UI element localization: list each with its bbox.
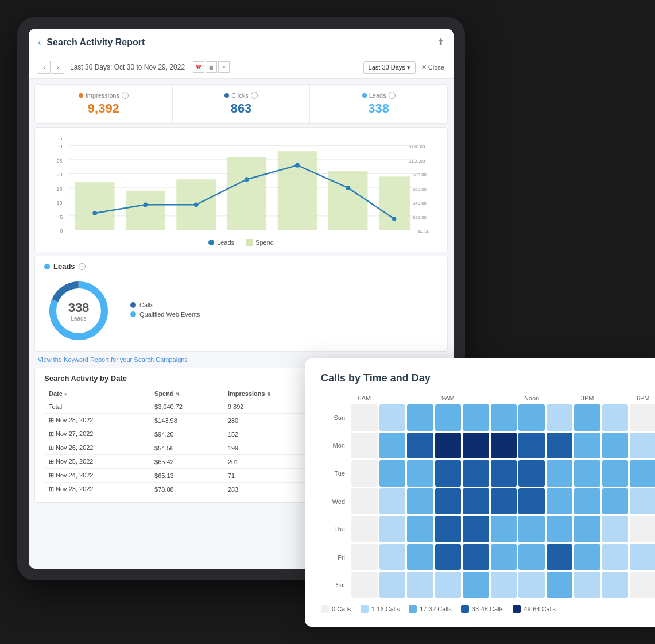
clicks-info-icon[interactable]: i	[251, 92, 258, 99]
svg-rect-27	[328, 171, 368, 230]
heat-cell	[351, 433, 378, 459]
calls-overlay: Calls by Time and Day 6AM9AMNoon3PM6PMSu…	[305, 358, 655, 627]
legend-cell	[513, 605, 521, 613]
heat-cell	[547, 516, 573, 542]
leads-dot	[362, 93, 367, 98]
row-spend: $94.20	[150, 427, 223, 441]
svg-text:$60.00: $60.00	[413, 187, 427, 192]
heat-cell	[518, 460, 545, 487]
leads-legend-dot	[208, 240, 214, 245]
heat-cell	[491, 572, 517, 598]
impressions-info-icon[interactable]: i	[122, 92, 129, 99]
heat-cell	[574, 404, 600, 431]
clicks-value: 863	[182, 101, 301, 116]
heat-cell	[351, 460, 378, 487]
heat-cell	[435, 460, 462, 487]
impressions-label: Impressions i	[44, 92, 163, 99]
grid-icon[interactable]: ▦	[206, 61, 217, 73]
heat-cell	[518, 488, 545, 515]
svg-rect-22	[75, 182, 115, 230]
period-button[interactable]: Last 30 Days ▾	[363, 61, 416, 74]
heat-cell	[379, 460, 406, 487]
svg-point-33	[295, 163, 300, 168]
calls-overlay-title: Calls by Time and Day	[321, 372, 655, 384]
time-header	[602, 394, 629, 403]
time-header	[463, 394, 489, 403]
heat-cell	[407, 488, 433, 515]
svg-point-30	[143, 202, 148, 207]
calls-legend: 0 Calls 1-16 Calls 17-32 Calls 33-48 Cal…	[321, 605, 655, 613]
svg-point-35	[392, 217, 397, 221]
close-button[interactable]: ✕ Close	[421, 64, 444, 71]
spend-header[interactable]: Spend ⇅	[150, 387, 223, 400]
prev-btn[interactable]: ‹	[38, 61, 51, 74]
heat-cell	[630, 516, 655, 542]
heat-cell	[491, 404, 517, 431]
date-header[interactable]: Date ▾	[44, 387, 150, 400]
svg-text:30: 30	[57, 144, 63, 149]
day-label: Tue	[321, 460, 350, 487]
list-icon[interactable]: ≡	[218, 61, 230, 73]
date-range-text: Last 30 Days: Oct 30 to Nov 29, 2022	[70, 63, 185, 71]
row-date: ⊞ Nov 24, 2022	[44, 469, 150, 483]
web-events-legend-dot	[130, 311, 136, 317]
heat-cell	[491, 460, 517, 487]
row-date: ⊞ Nov 23, 2022	[44, 483, 150, 496]
heat-cell	[435, 404, 462, 431]
time-header	[407, 394, 433, 403]
view-icons: 📅 ▦ ≡	[193, 61, 230, 73]
day-label: Sun	[321, 404, 350, 431]
legend-cell	[461, 605, 469, 613]
heat-cell	[491, 516, 517, 542]
heat-cell	[518, 544, 545, 570]
day-label: Sat	[321, 572, 350, 598]
time-header: 6PM	[630, 394, 655, 403]
leads-section: Leads i 338 Leads	[34, 256, 448, 352]
svg-text:$80.00: $80.00	[413, 172, 427, 178]
leads-section-title: Leads i	[44, 262, 438, 271]
impressions-dot	[79, 93, 83, 98]
legend-label: 0 Calls	[332, 606, 351, 612]
heat-cell	[518, 433, 545, 459]
nav-arrows: ‹ ›	[38, 61, 64, 74]
donut-number: 338	[68, 300, 90, 315]
heat-cell	[407, 516, 433, 542]
heat-cell	[435, 488, 462, 515]
heat-cell	[351, 404, 378, 431]
svg-rect-25	[227, 157, 267, 230]
day-label: Mon	[321, 433, 350, 459]
heat-cell	[463, 516, 489, 542]
leads-info-icon[interactable]: i	[389, 92, 396, 99]
svg-text:20: 20	[57, 172, 63, 178]
heat-cell	[435, 572, 462, 598]
legend-label: 17-32 Calls	[420, 606, 452, 612]
leads-label: Leads i	[319, 92, 438, 99]
heat-cell	[379, 572, 406, 598]
leads-content: 338 Leads Calls Qualified Web Events	[44, 276, 438, 345]
back-arrow-icon[interactable]: ‹	[38, 37, 41, 48]
svg-text:$120.00: $120.00	[409, 144, 425, 149]
impressions-metric: Impressions i 9,392	[35, 85, 173, 123]
next-btn[interactable]: ›	[52, 61, 64, 74]
row-date: ⊞ Nov 27, 2022	[44, 427, 150, 441]
time-header: 9AM	[435, 394, 462, 403]
heat-cell	[379, 433, 406, 459]
heat-cell	[491, 544, 517, 570]
donut-center: 338 Leads	[68, 300, 90, 322]
heat-cell	[351, 488, 378, 515]
heat-cell	[602, 460, 629, 487]
calls-legend-item: 49-64 Calls	[513, 605, 556, 613]
row-date: Total	[44, 400, 150, 414]
heat-cell	[351, 572, 378, 598]
svg-rect-28	[379, 176, 410, 230]
keyword-link-anchor[interactable]: View the Keyword Report for your Search …	[38, 356, 188, 363]
row-spend: $65.42	[150, 455, 223, 469]
heat-cell	[630, 460, 655, 487]
calendar-icon[interactable]: 📅	[193, 61, 204, 73]
heat-cell	[518, 572, 545, 598]
leads-section-info-icon[interactable]: i	[79, 263, 86, 270]
heat-cell	[379, 544, 406, 570]
clicks-metric: Clicks i 863	[173, 85, 311, 123]
svg-text:0: 0	[60, 228, 63, 234]
share-icon[interactable]: ⬆	[437, 37, 444, 48]
